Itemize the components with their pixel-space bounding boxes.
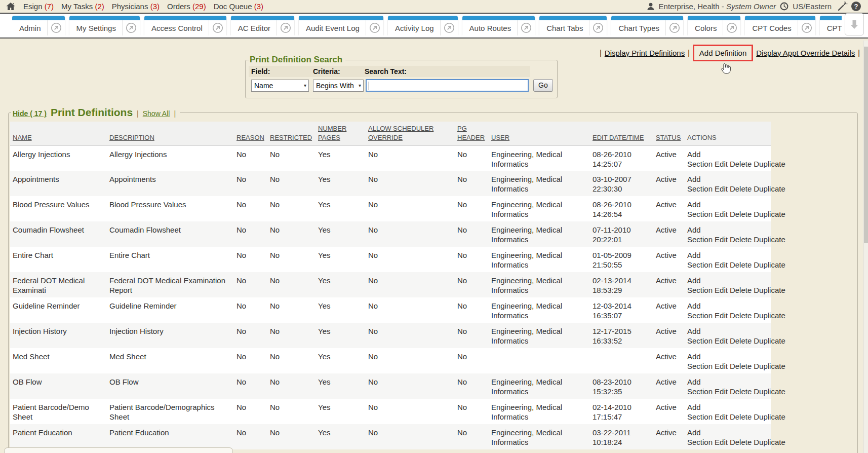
clock-icon[interactable] bbox=[779, 2, 789, 11]
action-delete-link[interactable]: Delete bbox=[730, 184, 752, 193]
action-duplicate-link[interactable]: Duplicate bbox=[754, 260, 785, 269]
field-select[interactable]: Name▾ bbox=[251, 80, 309, 92]
display-appt-override-details-link[interactable]: Display Appt Override Details bbox=[756, 49, 855, 57]
action-delete-link[interactable]: Delete bbox=[730, 210, 752, 218]
open-in-new-window-icon[interactable] bbox=[209, 22, 226, 33]
action-delete-link[interactable]: Delete bbox=[730, 286, 752, 294]
criteria-select[interactable]: Begins With▾ bbox=[313, 80, 364, 92]
action-delete-link[interactable]: Delete bbox=[730, 362, 752, 370]
column-header-reason[interactable]: REASON bbox=[236, 122, 270, 145]
home-icon[interactable] bbox=[5, 2, 16, 12]
action-duplicate-link[interactable]: Duplicate bbox=[754, 311, 785, 320]
action-duplicate-link[interactable]: Duplicate bbox=[754, 438, 785, 446]
action-edit-link[interactable]: Edit bbox=[715, 336, 728, 345]
action-duplicate-link[interactable]: Duplicate bbox=[754, 412, 785, 421]
action-edit-link[interactable]: Edit bbox=[715, 412, 728, 421]
open-in-new-window-icon[interactable] bbox=[277, 22, 294, 33]
tab-activity-log[interactable]: Activity Log bbox=[388, 16, 458, 35]
action-delete-link[interactable]: Delete bbox=[730, 311, 752, 320]
open-in-new-window-icon[interactable] bbox=[666, 22, 683, 33]
vertical-scrollbar-thumb[interactable] bbox=[864, 47, 868, 243]
action-duplicate-link[interactable]: Duplicate bbox=[754, 210, 785, 218]
column-header-pg-header[interactable]: PG HEADER bbox=[457, 122, 491, 145]
action-edit-link[interactable]: Edit bbox=[715, 387, 728, 396]
column-header-description[interactable]: DESCRIPTION bbox=[109, 122, 236, 145]
open-in-new-window-icon[interactable] bbox=[798, 22, 815, 33]
top-nav-item-orders[interactable]: Orders (29) bbox=[167, 2, 206, 11]
action-duplicate-link[interactable]: Duplicate bbox=[754, 286, 785, 294]
open-in-new-window-icon[interactable] bbox=[518, 22, 535, 33]
action-duplicate-link[interactable]: Duplicate bbox=[754, 235, 785, 244]
help-icon[interactable]: ? bbox=[851, 2, 861, 11]
action-edit-link[interactable]: Edit bbox=[715, 184, 728, 193]
vertical-scrollbar[interactable] bbox=[863, 41, 868, 453]
action-delete-link[interactable]: Delete bbox=[730, 412, 752, 421]
tab-cpt-codes[interactable]: CPT Codes bbox=[745, 16, 815, 35]
display-print-definitions-link[interactable]: Display Print Definitions bbox=[605, 49, 685, 57]
column-header-status[interactable]: STATUS bbox=[656, 122, 687, 145]
tab-chart-types[interactable]: Chart Types bbox=[611, 16, 683, 35]
action-add-section-link[interactable]: Add Section bbox=[687, 403, 713, 421]
action-duplicate-link[interactable]: Duplicate bbox=[754, 160, 785, 168]
action-edit-link[interactable]: Edit bbox=[715, 235, 728, 244]
tab-access-control[interactable]: Access Control bbox=[144, 16, 226, 35]
column-header-restricted[interactable]: RESTRICTED bbox=[270, 122, 318, 145]
go-button[interactable]: Go bbox=[533, 79, 553, 92]
action-add-section-link[interactable]: Add Section bbox=[687, 251, 713, 269]
search-text-input[interactable] bbox=[366, 79, 529, 92]
open-in-new-window-icon[interactable] bbox=[366, 22, 383, 33]
top-nav-item-my-tasks[interactable]: My Tasks (2) bbox=[61, 2, 104, 11]
action-delete-link[interactable]: Delete bbox=[730, 235, 752, 244]
action-edit-link[interactable]: Edit bbox=[715, 260, 728, 269]
tab-colors[interactable]: Colors bbox=[688, 16, 740, 35]
action-edit-link[interactable]: Edit bbox=[715, 286, 728, 294]
action-duplicate-link[interactable]: Duplicate bbox=[754, 362, 785, 370]
action-add-section-link[interactable]: Add Section bbox=[687, 150, 713, 168]
open-in-new-window-icon[interactable] bbox=[723, 22, 740, 33]
column-header-edit-datetime[interactable]: EDIT DATE/TIME bbox=[593, 122, 656, 145]
action-edit-link[interactable]: Edit bbox=[715, 438, 728, 446]
action-delete-link[interactable]: Delete bbox=[730, 260, 752, 269]
tab-chart-tabs[interactable]: Chart Tabs bbox=[539, 16, 607, 35]
action-add-section-link[interactable]: Add Section bbox=[687, 175, 713, 193]
action-duplicate-link[interactable]: Duplicate bbox=[754, 336, 785, 345]
action-edit-link[interactable]: Edit bbox=[715, 362, 728, 370]
action-add-section-link[interactable]: Add Section bbox=[687, 276, 713, 294]
action-duplicate-link[interactable]: Duplicate bbox=[754, 387, 785, 396]
column-header-name[interactable]: NAME bbox=[10, 122, 109, 145]
action-add-section-link[interactable]: Add Section bbox=[687, 428, 713, 446]
action-edit-link[interactable]: Edit bbox=[715, 311, 728, 320]
tab-cpt-requirements[interactable]: CPT Requirements bbox=[820, 16, 842, 35]
action-add-section-link[interactable]: Add Section bbox=[687, 378, 713, 396]
show-all-link[interactable]: Show All bbox=[143, 109, 170, 118]
wand-icon[interactable] bbox=[837, 1, 848, 12]
action-edit-link[interactable]: Edit bbox=[715, 160, 728, 168]
action-delete-link[interactable]: Delete bbox=[730, 160, 752, 168]
action-add-section-link[interactable]: Add Section bbox=[687, 301, 713, 320]
top-nav-item-physicians[interactable]: Physicians (3) bbox=[112, 2, 160, 11]
tab-audit-event-log[interactable]: Audit Event Log bbox=[299, 16, 383, 35]
action-add-section-link[interactable]: Add Section bbox=[687, 352, 713, 370]
top-nav-item-esign[interactable]: Esign (7) bbox=[23, 2, 54, 11]
action-edit-link[interactable]: Edit bbox=[715, 210, 728, 218]
action-delete-link[interactable]: Delete bbox=[730, 438, 752, 446]
add-definition-link[interactable]: Add Definition bbox=[699, 49, 746, 57]
action-delete-link[interactable]: Delete bbox=[730, 336, 752, 345]
tab-admin[interactable]: Admin bbox=[12, 16, 65, 35]
horizontal-scrollbar-thumb[interactable] bbox=[4, 447, 233, 453]
column-header-allow-scheduler-override[interactable]: ALLOW SCHEDULER OVERRIDE bbox=[368, 122, 457, 145]
column-header-user[interactable]: USER bbox=[491, 122, 593, 145]
timezone-label[interactable]: US/Eastern bbox=[793, 2, 832, 11]
tab-overflow-button[interactable] bbox=[845, 13, 864, 35]
hide-link[interactable]: Hide ( 17 ) bbox=[13, 109, 47, 118]
tab-auto-routes[interactable]: Auto Routes bbox=[462, 16, 535, 35]
open-in-new-window-icon[interactable] bbox=[589, 22, 607, 33]
action-add-section-link[interactable]: Add Section bbox=[687, 200, 713, 218]
action-delete-link[interactable]: Delete bbox=[730, 387, 752, 396]
column-header-number-pages[interactable]: NUMBER PAGES bbox=[318, 122, 368, 145]
action-add-section-link[interactable]: Add Section bbox=[687, 225, 713, 244]
tab-my-settings[interactable]: My Settings bbox=[69, 16, 140, 35]
action-add-section-link[interactable]: Add Section bbox=[687, 327, 713, 345]
action-duplicate-link[interactable]: Duplicate bbox=[754, 184, 785, 193]
tab-ac-editor[interactable]: AC Editor bbox=[231, 16, 294, 35]
